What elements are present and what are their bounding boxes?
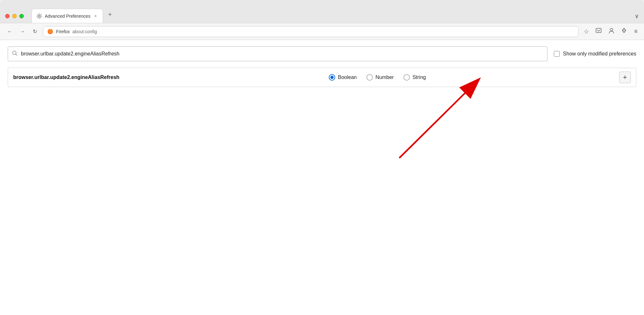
- boolean-radio[interactable]: [329, 74, 335, 81]
- boolean-label: Boolean: [338, 74, 357, 80]
- minimize-traffic-light[interactable]: [12, 14, 17, 18]
- refresh-button[interactable]: ↻: [31, 26, 39, 36]
- tab-close-button[interactable]: ×: [93, 14, 98, 19]
- tab-overflow-button[interactable]: ∨: [635, 13, 639, 20]
- tab-gear-icon: [36, 13, 42, 19]
- new-tab-button[interactable]: +: [106, 10, 115, 20]
- svg-point-0: [38, 15, 40, 17]
- address-url-label: about:config: [72, 29, 97, 34]
- type-options: Boolean Number String: [142, 74, 613, 81]
- svg-point-3: [610, 28, 613, 31]
- string-radio[interactable]: [403, 74, 410, 81]
- back-button[interactable]: ←: [5, 27, 14, 36]
- pocket-icon: [595, 27, 602, 34]
- extensions-icon: [621, 27, 628, 34]
- search-icon: [12, 50, 18, 57]
- active-tab[interactable]: Advanced Preferences ×: [32, 9, 103, 23]
- menu-button[interactable]: ≡: [633, 27, 639, 36]
- number-radio[interactable]: [366, 74, 373, 81]
- search-input[interactable]: [21, 51, 543, 57]
- tab-bar: Advanced Preferences × + ∨: [29, 9, 644, 23]
- add-preference-button[interactable]: +: [619, 72, 631, 83]
- page-content: Show only modified preferences browser.u…: [0, 40, 644, 315]
- boolean-option[interactable]: Boolean: [329, 74, 357, 81]
- number-label: Number: [375, 74, 394, 80]
- pocket-button[interactable]: [594, 26, 603, 37]
- title-bar: Advanced Preferences × + ∨: [0, 0, 644, 23]
- firefox-logo-icon: [47, 28, 53, 35]
- string-option[interactable]: String: [403, 74, 426, 81]
- modified-preferences-label: Show only modified preferences: [563, 51, 636, 57]
- modified-preferences-checkbox[interactable]: [554, 51, 560, 57]
- address-bar[interactable]: Firefox about:config: [43, 26, 579, 37]
- preference-name: browser.urlbar.update2.engineAliasRefres…: [13, 74, 136, 80]
- extensions-button[interactable]: [620, 26, 629, 37]
- modified-preferences-option: Show only modified preferences: [554, 51, 636, 57]
- account-icon: [608, 27, 615, 34]
- forward-button[interactable]: →: [18, 27, 27, 36]
- search-row: Show only modified preferences: [8, 46, 636, 61]
- nav-bar: ← → ↻ Firefox about:config ☆: [0, 23, 644, 40]
- nav-icons-right: ☆ ≡: [582, 26, 639, 37]
- account-button[interactable]: [607, 26, 616, 37]
- bookmark-button[interactable]: ☆: [582, 27, 590, 36]
- string-label: String: [412, 74, 426, 80]
- browser-brand-label: Firefox: [56, 29, 70, 34]
- tab-title: Advanced Preferences: [45, 14, 90, 19]
- maximize-traffic-light[interactable]: [19, 14, 24, 18]
- search-box: [8, 46, 547, 61]
- number-option[interactable]: Number: [366, 74, 394, 81]
- preference-row: browser.urlbar.update2.engineAliasRefres…: [8, 68, 636, 87]
- close-traffic-light[interactable]: [5, 14, 10, 18]
- traffic-lights: [5, 14, 24, 18]
- svg-point-4: [13, 51, 16, 54]
- svg-rect-2: [596, 28, 601, 33]
